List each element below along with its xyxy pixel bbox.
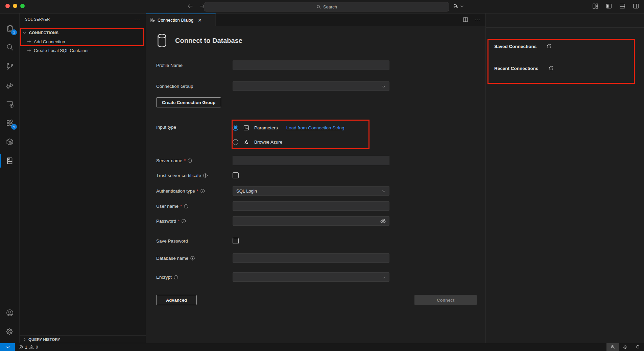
encrypt-label: Encrypt — [156, 275, 172, 280]
azure-icon — [243, 139, 250, 146]
navigate-back-icon[interactable] — [187, 3, 194, 9]
toggle-primary-sidebar-icon[interactable] — [605, 3, 612, 9]
chevron-down-icon — [381, 84, 386, 89]
right-panel-header-strip — [486, 14, 644, 28]
accounts-icon[interactable] — [0, 305, 20, 321]
info-icon[interactable] — [181, 219, 186, 224]
customize-layout-icon[interactable] — [592, 3, 599, 9]
chevron-down-icon — [460, 4, 464, 8]
explorer-icon[interactable]: 1 — [0, 20, 20, 36]
database-icon — [156, 33, 168, 48]
chevron-down-icon — [22, 30, 27, 35]
connection-group-select[interactable] — [233, 81, 389, 91]
authentication-type-select[interactable]: SQL Login — [233, 186, 389, 196]
toggle-secondary-sidebar-icon[interactable] — [633, 3, 639, 9]
user-name-input[interactable] — [233, 201, 389, 211]
connections-section-header[interactable]: CONNECTIONS — [20, 28, 146, 37]
profile-name-input[interactable] — [233, 60, 389, 70]
encrypt-select[interactable] — [233, 272, 389, 282]
sidebar-more-actions-icon[interactable]: ··· — [134, 17, 140, 22]
tab-bar: Connection Dialog ✕ ··· — [146, 14, 485, 26]
toggle-password-visibility-icon[interactable] — [380, 218, 386, 225]
connect-button[interactable]: Connect — [414, 295, 477, 305]
copilot-menu[interactable] — [452, 3, 464, 10]
database-name-input[interactable] — [233, 253, 389, 263]
password-label: Password — [156, 219, 176, 224]
error-icon — [18, 345, 23, 350]
split-editor-icon[interactable] — [462, 17, 469, 23]
sidebar-title: SQL SERVER — [25, 17, 134, 21]
editor-more-actions-icon[interactable]: ··· — [475, 17, 481, 23]
saved-connections-header: Saved Connections — [494, 44, 536, 49]
info-icon[interactable] — [173, 275, 178, 280]
query-history-section-header[interactable]: QUERY HISTORY — [20, 335, 146, 343]
zoom-in-icon — [610, 344, 616, 350]
info-icon[interactable] — [187, 158, 192, 163]
containers-icon[interactable] — [0, 134, 20, 150]
run-debug-icon[interactable] — [0, 77, 20, 93]
minimize-window-button[interactable] — [13, 4, 17, 8]
remote-indicator[interactable]: >< — [0, 343, 15, 351]
create-local-sql-container-item[interactable]: Create Local SQL Container — [20, 46, 146, 55]
connection-dialog-icon — [149, 17, 155, 23]
browse-azure-option-label[interactable]: Browse Azure — [254, 140, 282, 145]
save-password-checkbox[interactable] — [233, 238, 239, 244]
bell-icon — [635, 344, 641, 350]
command-center-search[interactable]: Search — [204, 2, 449, 11]
traffic-lights — [5, 4, 25, 8]
trust-server-certificate-checkbox[interactable] — [233, 172, 239, 178]
sql-server-view-icon[interactable] — [0, 153, 20, 169]
add-connection-item[interactable]: Add Connection — [20, 37, 146, 46]
password-input[interactable] — [233, 216, 389, 226]
dialog-title: Connect to Database — [175, 37, 242, 45]
problems-status-item[interactable]: 1 0 — [15, 343, 41, 351]
save-password-label: Save Password — [156, 239, 188, 244]
notifications-status-item[interactable] — [631, 343, 644, 351]
screencast-zoom-status-item[interactable] — [606, 343, 619, 351]
tab-connection-dialog[interactable]: Connection Dialog ✕ — [146, 14, 216, 26]
search-placeholder: Search — [323, 4, 337, 9]
authentication-type-label: Authentication type — [156, 189, 195, 194]
close-window-button[interactable] — [5, 4, 10, 8]
server-name-input[interactable] — [233, 156, 389, 165]
search-icon — [316, 4, 321, 9]
recent-connections-header: Recent Connections — [494, 66, 539, 71]
database-name-label: Database name — [156, 256, 188, 261]
remote-explorer-icon[interactable] — [0, 96, 20, 112]
copilot-status-item[interactable] — [619, 343, 631, 351]
parameters-list-icon — [243, 124, 250, 131]
close-tab-icon[interactable]: ✕ — [198, 18, 202, 23]
activity-bar: 1 1 — [0, 14, 20, 343]
sidebar-sql-server: SQL SERVER ··· CONNECTIONS Add Connectio… — [20, 14, 146, 343]
zoom-window-button[interactable] — [20, 4, 25, 8]
trust-server-certificate-label: Trust server certificate — [156, 173, 201, 178]
info-icon[interactable] — [190, 256, 195, 261]
connection-dialog-form: Connect to Database Profile Name Connect… — [146, 26, 485, 343]
error-count: 1 — [25, 345, 27, 350]
refresh-saved-connections-icon[interactable] — [546, 43, 552, 49]
info-icon[interactable] — [184, 204, 189, 209]
status-bar: >< 1 0 — [0, 343, 644, 351]
parameters-radio[interactable] — [233, 125, 238, 131]
warning-count: 0 — [36, 345, 38, 350]
plus-icon — [26, 48, 32, 53]
info-icon[interactable] — [200, 189, 205, 194]
create-connection-group-button[interactable]: Create Connection Group — [156, 97, 221, 107]
browse-azure-radio[interactable] — [233, 139, 238, 145]
vscode-window: Search 1 1 — [0, 0, 644, 351]
load-from-connection-string-link[interactable]: Load from Connection String — [286, 125, 344, 130]
info-icon[interactable] — [203, 173, 208, 178]
profile-name-label: Profile Name — [156, 63, 183, 68]
server-name-label: Server name — [156, 158, 182, 163]
search-view-icon[interactable] — [0, 39, 20, 55]
settings-gear-icon[interactable] — [0, 324, 20, 340]
toggle-panel-icon[interactable] — [619, 3, 626, 9]
extensions-icon[interactable]: 1 — [0, 115, 20, 131]
copilot-icon — [622, 344, 628, 350]
advanced-button[interactable]: Advanced — [156, 295, 197, 305]
source-control-icon[interactable] — [0, 58, 20, 74]
warning-icon — [29, 345, 34, 350]
refresh-recent-connections-icon[interactable] — [548, 65, 554, 71]
user-name-label: User name — [156, 204, 178, 209]
parameters-option-label[interactable]: Parameters — [254, 125, 278, 130]
